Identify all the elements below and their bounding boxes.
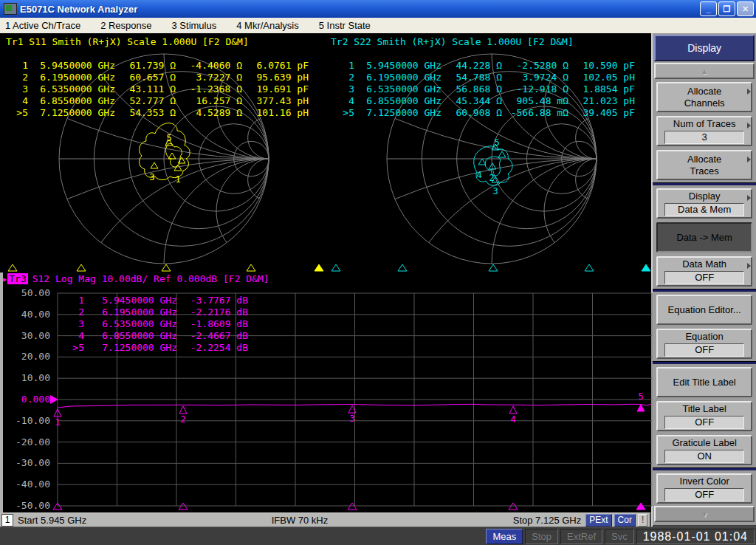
- down-arrow-icon: ▼: [701, 510, 708, 518]
- y-axis-label: -20.00: [3, 436, 50, 448]
- y-axis-label: 10.00: [3, 372, 50, 383]
- softkey-data-mem[interactable]: Data -> Mem: [656, 222, 752, 253]
- menu-item-3-stimulus[interactable]: 3 Stimulus: [172, 20, 217, 31]
- tr3-trace-markers: 12345: [54, 391, 645, 428]
- restore-button[interactable]: ❐: [718, 1, 735, 16]
- status-clock: 1988-01-01 01:04: [636, 529, 755, 544]
- marker-row: >57.1250000 GHz60.908 Ω-566.88 mΩ39.405 …: [326, 107, 635, 119]
- softkey-equation-editor[interactable]: Equation Editor...: [656, 295, 752, 325]
- tr3-reference-level-pointer: [50, 395, 58, 404]
- stimulus-marker-icon: [8, 264, 17, 271]
- tr3-header: ▶ Tr3 S12 Log Mag 10.00dB/ Ref 0.000dB […: [1, 273, 269, 284]
- y-axis-label: -50.00: [3, 500, 50, 511]
- close-button[interactable]: ✕: [737, 1, 754, 16]
- y-axis-label: 40.00: [3, 309, 50, 320]
- sidebar-empty-area: [653, 525, 756, 527]
- app-icon: [4, 3, 17, 15]
- up-arrow-icon: ▲: [701, 67, 708, 75]
- marker-row: 46.8550000 GHz45.344 Ω905.48 mΩ21.023 pH: [326, 95, 635, 107]
- menu-item-4-mkr-analysis[interactable]: 4 Mkr/Analysis: [236, 20, 299, 31]
- y-axis-label: 0.000: [3, 394, 50, 405]
- menu-bar: 1 Active Ch/Trace2 Response3 Stimulus4 M…: [0, 18, 756, 33]
- smith-stimulus-markers: [8, 264, 650, 271]
- menu-item-5-instr-state[interactable]: 5 Instr State: [319, 20, 371, 31]
- marker-label: 5: [638, 391, 643, 402]
- instrument-status-bar: Meas Stop ExtRef Svc 1988-01-01 01:04: [0, 527, 756, 545]
- softkey-allocate-traces[interactable]: AllocateTraces: [656, 150, 752, 180]
- softkey-group-separator: [653, 182, 756, 185]
- softkey-scroll-down-button[interactable]: ▼: [654, 506, 755, 522]
- softkey-graticule-label-value: ON: [664, 450, 744, 463]
- softkey-invert-color-value: OFF: [664, 488, 744, 501]
- marker-row: 46.8550000 GHz52.777 Ω16.257 Ω377.43 pH: [0, 95, 309, 107]
- stimulus-marker-icon: [315, 264, 323, 271]
- stimulus-marker-icon: [77, 264, 86, 271]
- submenu-arrow-icon: [747, 123, 751, 128]
- marker-row: 26.1950000 GHz60.657 Ω3.7227 Ω95.639 pH: [0, 72, 309, 83]
- menu-item-1-active-ch-trace[interactable]: 1 Active Ch/Trace: [5, 20, 80, 31]
- tr2-marker-table: 15.9450000 GHz44.228 Ω-2.5280 Ω10.590 pF…: [326, 60, 635, 119]
- softkey-data-math-value: OFF: [664, 271, 744, 284]
- marker-row: 46.8550000 GHz-2.4667 dB: [62, 330, 248, 342]
- stimulus-marker-icon: [585, 264, 594, 271]
- marker-triangle-icon: [509, 406, 517, 414]
- marker-triangle-icon: [637, 405, 645, 411]
- y-axis-label: -40.00: [3, 479, 50, 490]
- status-meas: Meas: [486, 529, 523, 544]
- marker-label: 4: [476, 170, 481, 180]
- status-svc: Svc: [605, 529, 634, 544]
- softkey-group-separator: [653, 361, 756, 364]
- softkey-equation[interactable]: EquationOFF: [656, 329, 752, 359]
- softkey-scroll-up-button[interactable]: ▲: [654, 63, 755, 79]
- softkey-edit-title-label[interactable]: Edit Title Label: [656, 367, 752, 397]
- softkey-title-label-value: OFF: [664, 416, 744, 429]
- tr3-marker-table: 15.9450000 GHz-3.7767 dB26.1950000 GHz-2…: [62, 295, 248, 354]
- stimulus-marker-icon: [162, 264, 171, 271]
- marker-label: 1: [175, 174, 180, 185]
- softkey-data-math[interactable]: Data MathOFF: [656, 256, 752, 287]
- softkey-num-of-traces[interactable]: Num of Traces3: [656, 116, 752, 146]
- marker-label: 5: [166, 133, 171, 143]
- softkey-group-separator: [653, 467, 756, 470]
- softkey-graticule-label[interactable]: Graticule LabelON: [656, 435, 752, 465]
- marker-label: 5: [494, 137, 499, 148]
- softkey-invert-color[interactable]: Invert ColorOFF: [656, 473, 752, 504]
- menu-item-2-response[interactable]: 2 Response: [100, 20, 151, 31]
- channel-status-bar: 1 Start 5.945 GHz IFBW 70 kHz Stop 7.125…: [0, 513, 651, 527]
- marker-label: 2: [180, 414, 185, 425]
- marker-label: 2: [489, 173, 494, 183]
- marker-row: 36.5350000 GHz56.868 Ω-12.918 Ω1.8854 pF: [326, 83, 635, 95]
- softkey-display-value: Data & Mem: [664, 203, 744, 216]
- softkey-display[interactable]: DisplayData & Mem: [656, 188, 752, 219]
- tr3-name: Tr3: [7, 273, 27, 284]
- marker-label: 3: [349, 414, 354, 424]
- tr1-marker-table: 15.9450000 GHz61.739 Ω-4.4060 Ω6.0761 pF…: [0, 60, 309, 119]
- y-axis-label: -10.00: [3, 415, 50, 426]
- softkey-equation-value: OFF: [664, 343, 744, 357]
- softkey-group-separator: [653, 289, 756, 292]
- minimize-button[interactable]: _: [700, 1, 717, 16]
- marker-row: 26.1950000 GHz54.788 Ω3.9724 Ω102.05 pH: [326, 72, 635, 83]
- stimulus-marker-icon: [331, 264, 340, 271]
- y-axis-label: 50.00: [3, 287, 50, 298]
- softkey-title-label[interactable]: Title LabelOFF: [656, 401, 752, 431]
- y-axis-label: 30.00: [3, 330, 50, 341]
- tr1-header: Tr1 S11 Smith (R+jX) Scale 1.000U [F2 D&…: [6, 36, 249, 47]
- window-title: E5071C Network Analyzer: [20, 4, 698, 15]
- stimulus-marker-icon: [489, 264, 498, 271]
- marker-triangle-icon: [179, 406, 187, 414]
- status-badge-pext: PExt: [585, 514, 611, 527]
- marker-triangle-icon: [498, 151, 506, 157]
- screen-left-edge: [0, 272, 3, 513]
- marker-triangle-icon: [151, 162, 158, 168]
- marker-label: 3: [492, 186, 498, 196]
- softkey-allocate-channels[interactable]: AllocateChannels: [656, 82, 752, 112]
- marker-row: 26.1950000 GHz-2.2176 dB: [62, 306, 248, 318]
- channel-badges: PExtCor!: [585, 514, 650, 527]
- tr2-header: Tr2 S22 Smith (R+jX) Scale 1.000U [F2 D&…: [331, 36, 574, 47]
- marker-row: 15.9450000 GHz-3.7767 dB: [62, 295, 248, 306]
- submenu-arrow-icon: [747, 157, 751, 162]
- y-axis-label: -30.00: [3, 457, 50, 468]
- marker-row: >57.1250000 GHz54.353 Ω4.5289 Ω101.16 pH: [0, 107, 309, 119]
- marker-row: 15.9450000 GHz61.739 Ω-4.4060 Ω6.0761 pF: [0, 60, 309, 72]
